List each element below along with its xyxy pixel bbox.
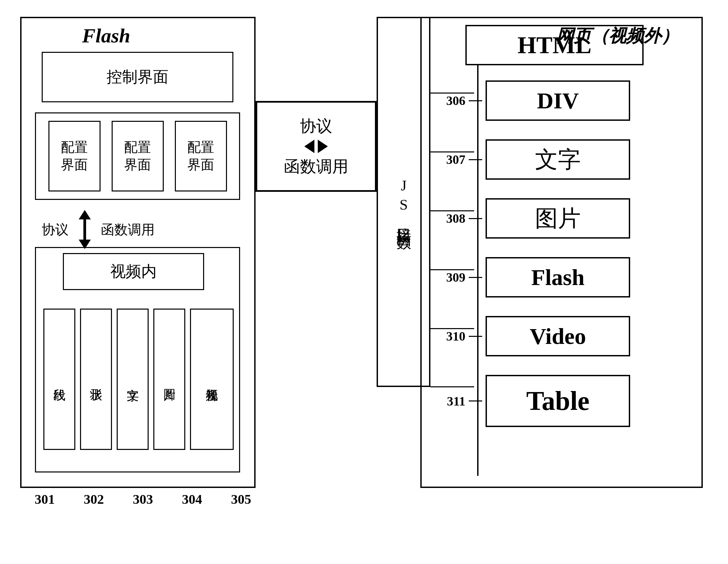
video-inner-box: 视频内 线段 形状 文字 图片 音视频 [35, 247, 240, 472]
double-arrow [79, 210, 91, 249]
ref-308: 308 [438, 211, 465, 226]
js-label: JS接口函数 [392, 177, 415, 226]
flash-inner-label: Flash [531, 264, 585, 291]
config-box-2: 配置界面 [112, 121, 164, 191]
ref-311: 311 [438, 394, 465, 409]
config1-label: 配置界面 [61, 139, 88, 174]
tick-307 [469, 159, 482, 160]
text-inner-box: 文字 [117, 309, 149, 450]
flash-inner-box: Flash [486, 257, 630, 297]
h-line-table [430, 386, 474, 387]
table-label: Table [526, 386, 589, 416]
div-label: DIV [537, 87, 579, 114]
diagram-container: Flash 控制界面 配置界面 配置界面 配置界面 协议 [13, 10, 715, 555]
middle-protocol-box: 协议 函数调用 [256, 101, 377, 192]
flash-title: Flash [82, 24, 130, 47]
flash-outer-box: Flash 控制界面 配置界面 配置界面 配置界面 协议 [20, 17, 256, 488]
video-inner-label: 视频内 [110, 261, 157, 282]
control-box: 控制界面 [42, 52, 233, 102]
html-label: HTML [518, 31, 591, 59]
h-line-image [430, 210, 474, 211]
webpage-outer-box: 网页（视频外） HTML 306 DIV 307 文字 308 [420, 17, 703, 488]
table-row: 311 Table [438, 375, 630, 427]
ref-304: 304 [182, 491, 202, 507]
text-box: 文字 [486, 139, 630, 180]
line-box: 线段 [43, 309, 75, 450]
ref-305: 305 [231, 491, 251, 507]
h-line-video [430, 328, 474, 329]
image-row: 308 图片 [438, 198, 630, 239]
middle-func-label: 函数调用 [284, 156, 348, 177]
protocol-label-left: 协议 [42, 220, 69, 239]
ref-302: 302 [84, 491, 104, 507]
ref-310: 310 [438, 329, 465, 344]
config-box-1: 配置界面 [48, 121, 101, 191]
div-box: DIV [486, 80, 630, 121]
pic-box: 图片 [153, 309, 185, 450]
ref-307: 307 [438, 152, 465, 167]
func-call-label-left: 函数调用 [101, 220, 155, 239]
h-line-div [430, 93, 474, 94]
video-title-box: 视频内 [63, 253, 204, 290]
tick-306 [469, 100, 482, 101]
config2-label: 配置界面 [124, 139, 151, 174]
control-label: 控制界面 [107, 67, 168, 87]
table-box: Table [486, 375, 630, 427]
text-row: 307 文字 [438, 139, 630, 180]
video-label: Video [530, 323, 586, 350]
ref-303: 303 [133, 491, 153, 507]
ref-306: 306 [438, 93, 465, 108]
config-box-3: 配置界面 [175, 121, 227, 191]
tick-311 [469, 400, 482, 401]
tick-309 [469, 277, 482, 278]
video-box: Video [486, 316, 630, 356]
config-row: 配置界面 配置界面 配置界面 [35, 112, 240, 200]
bottom-labels: 301 302 303 304 305 [20, 491, 266, 507]
ref-301: 301 [35, 491, 55, 507]
arrow-right [318, 140, 328, 153]
text-label: 文字 [535, 144, 581, 175]
video-row: 310 Video [438, 316, 630, 356]
content-boxes-row: 线段 形状 文字 图片 音视频 [41, 298, 236, 457]
h-line-text [430, 151, 474, 152]
ref-309: 309 [438, 270, 465, 285]
tick-308 [469, 218, 482, 219]
image-box: 图片 [486, 198, 630, 239]
av-box: 音视频 [190, 309, 234, 450]
html-box: HTML [465, 25, 644, 65]
tick-310 [469, 336, 482, 337]
middle-protocol-label: 协议 [300, 115, 332, 137]
div-row: 306 DIV [438, 80, 630, 121]
config3-label: 配置界面 [187, 139, 214, 174]
arrow-left [304, 140, 314, 153]
h-line-flash [430, 269, 474, 270]
shape-box: 形状 [80, 309, 112, 450]
flash-inner-row: 309 Flash [438, 257, 630, 297]
image-label: 图片 [535, 203, 581, 234]
